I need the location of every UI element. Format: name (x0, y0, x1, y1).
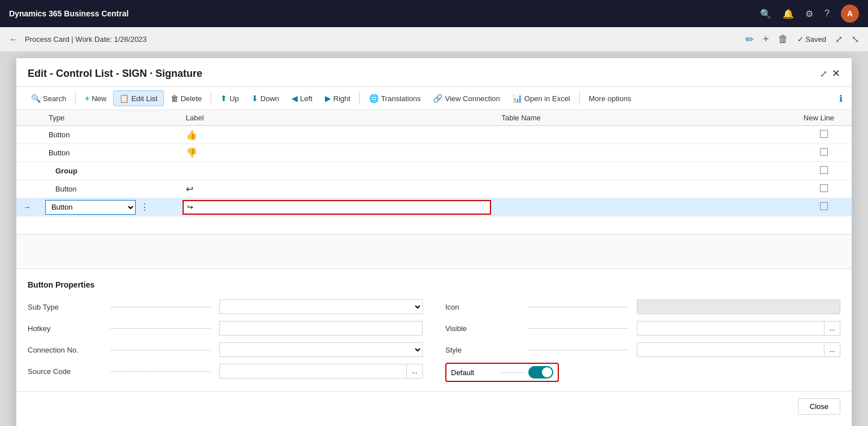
label-input-field[interactable] (183, 200, 492, 215)
default-row: Default (445, 363, 840, 382)
source-code-ellipsis-btn[interactable]: ... (407, 364, 423, 379)
row-newline-selected-cell[interactable] (797, 198, 852, 216)
row-type-cell: Button (42, 126, 179, 144)
visible-input[interactable] (637, 321, 824, 336)
edit-list-label: Edit List (131, 94, 157, 103)
row-newline-cell[interactable] (797, 126, 852, 144)
search-button[interactable]: 🔍 Search (25, 91, 72, 106)
edit-icon[interactable]: ✏ (745, 33, 754, 46)
source-code-input[interactable] (219, 364, 407, 379)
secondary-bar-right: ✏ + 🗑 ✓ Saved ⤢ ⤡ (745, 33, 859, 46)
type-dropdown[interactable]: Button Group (45, 200, 136, 215)
back-button[interactable]: ← (9, 34, 18, 45)
row-arrow-cell (16, 126, 42, 144)
translations-label: Translations (381, 94, 420, 103)
dialog-footer: Close (16, 391, 852, 421)
expand-dialog-icon[interactable]: ⤢ (820, 68, 827, 79)
empty-table-cell (494, 216, 796, 234)
hotkey-input[interactable] (219, 321, 423, 336)
table-row[interactable]: Button ↩ (16, 180, 852, 198)
row-label-cell: 👍 (179, 126, 495, 144)
up-button[interactable]: ⬆ Up (215, 91, 245, 106)
right-button[interactable]: ▶ Right (319, 91, 356, 106)
table-row-selected[interactable]: → Button Group ⋮ (16, 198, 852, 216)
row-table-cell (494, 144, 796, 162)
toolbar: 🔍 Search + New 📋 Edit List 🗑 Delete (16, 87, 852, 110)
close-dialog-button[interactable]: ✕ (832, 67, 840, 80)
user-avatar[interactable]: A (841, 5, 859, 23)
separator-4 (579, 92, 580, 105)
close-button[interactable]: Close (798, 398, 840, 415)
newline-checkbox[interactable] (820, 166, 828, 174)
expand-icon[interactable]: ⤢ (835, 34, 843, 45)
translations-button[interactable]: 🌐 Translations (363, 91, 426, 106)
search-icon[interactable]: 🔍 (760, 8, 771, 19)
left-label: Left (300, 94, 313, 103)
collapse-icon[interactable]: ⤡ (852, 34, 859, 45)
delete-button[interactable]: 🗑 Delete (165, 91, 208, 106)
style-label: Style (445, 346, 519, 354)
row-newline-cell[interactable] (797, 162, 852, 180)
empty-arrow-cell (16, 216, 42, 234)
table-row[interactable]: Button 👍 (16, 126, 852, 144)
row-label-input-cell[interactable] (179, 198, 495, 216)
newline-checkbox[interactable] (820, 130, 828, 138)
icon-label: Icon (445, 303, 519, 311)
help-icon[interactable]: ? (824, 8, 830, 19)
down-label: Down (261, 94, 279, 103)
newline-checkbox[interactable] (820, 184, 828, 192)
row-table-cell (494, 162, 796, 180)
sub-type-select[interactable] (219, 299, 423, 314)
table-row[interactable]: Group (16, 162, 852, 180)
row-newline-cell[interactable] (797, 180, 852, 198)
connection-no-row: Connection No. (28, 341, 423, 358)
open-in-excel-button[interactable]: 📊 Open in Excel (507, 91, 576, 106)
connection-no-select[interactable] (219, 342, 423, 357)
data-table-area: Type Label Table Name New Line Button 👍 (16, 110, 852, 268)
table-row[interactable]: Button 👎 (16, 144, 852, 162)
info-icon[interactable]: ℹ (839, 93, 843, 104)
delete-icon[interactable]: 🗑 (778, 33, 788, 45)
properties-title: Button Properties (28, 280, 840, 289)
source-code-dots (110, 371, 210, 372)
dialog-header-icons: ⤢ ✕ (820, 67, 840, 80)
row-label-cell (179, 162, 495, 180)
translations-icon: 🌐 (369, 94, 379, 103)
sub-type-label: Sub Type (28, 303, 101, 311)
style-input[interactable] (637, 342, 824, 357)
col-header-label: Label (179, 110, 495, 126)
row-type-dropdown-cell[interactable]: Button Group ⋮ (42, 198, 179, 216)
new-btn-icon: + (85, 94, 89, 103)
view-connection-button[interactable]: 🔗 View Connection (427, 91, 505, 106)
left-props-column: Sub Type Hotkey (28, 298, 423, 382)
newline-checkbox[interactable] (820, 148, 828, 156)
settings-icon[interactable]: ⚙ (805, 8, 813, 19)
visible-ellipsis-btn[interactable]: ... (824, 321, 840, 336)
toggle-knob (542, 367, 552, 377)
default-toggle-container: Default (445, 363, 559, 382)
row-newline-cell[interactable] (797, 144, 852, 162)
row-type-cell: Button (42, 144, 179, 162)
separator-3 (359, 92, 360, 105)
style-dots (528, 350, 628, 350)
icon-row: Icon (445, 298, 840, 315)
default-toggle[interactable] (528, 366, 553, 379)
row-table-selected-cell (494, 198, 796, 216)
col-header-arrow (16, 110, 42, 126)
right-icon: ▶ (325, 94, 331, 103)
more-options-button[interactable]: More options (583, 92, 637, 106)
row-context-menu-button[interactable]: ⋮ (138, 201, 151, 214)
default-label: Default (451, 368, 474, 377)
delete-label: Delete (181, 94, 202, 103)
down-button[interactable]: ⬇ Down (246, 91, 285, 106)
new-button[interactable]: + New (79, 91, 112, 106)
style-ellipsis-btn[interactable]: ... (824, 342, 840, 357)
notification-icon[interactable]: 🔔 (783, 8, 794, 19)
col-header-new-line: New Line (797, 110, 852, 126)
left-button[interactable]: ◀ Left (286, 91, 318, 106)
add-icon[interactable]: + (763, 33, 769, 45)
empty-label-cell (179, 216, 495, 234)
newline-checkbox-selected[interactable] (820, 202, 828, 210)
empty-type-cell (42, 216, 179, 234)
edit-list-button[interactable]: 📋 Edit List (113, 90, 163, 106)
